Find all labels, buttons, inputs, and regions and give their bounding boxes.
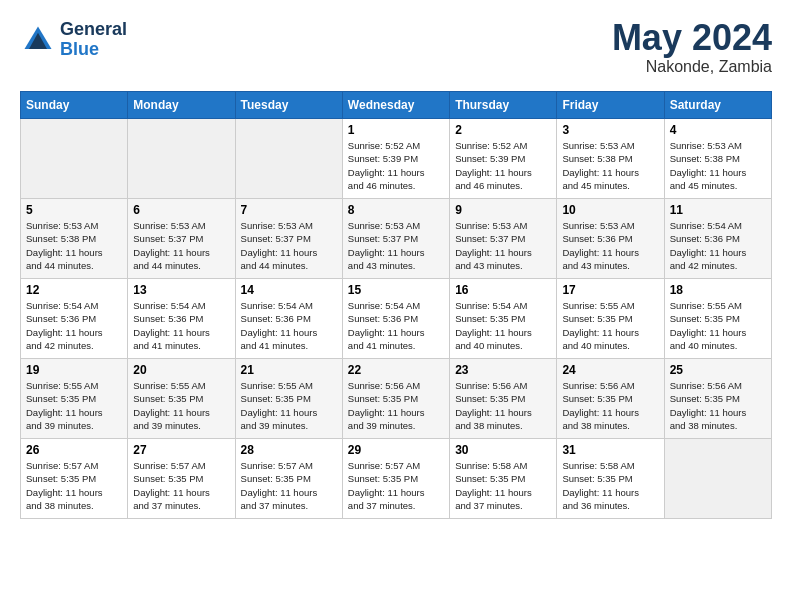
day-number: 2 — [455, 123, 551, 137]
logo-text: General Blue — [60, 20, 127, 60]
day-info: Sunrise: 5:54 AM Sunset: 5:36 PM Dayligh… — [241, 299, 337, 352]
day-info: Sunrise: 5:53 AM Sunset: 5:38 PM Dayligh… — [562, 139, 658, 192]
calendar-cell: 17Sunrise: 5:55 AM Sunset: 5:35 PM Dayli… — [557, 279, 664, 359]
calendar-week-row: 12Sunrise: 5:54 AM Sunset: 5:36 PM Dayli… — [21, 279, 772, 359]
day-info: Sunrise: 5:55 AM Sunset: 5:35 PM Dayligh… — [133, 379, 229, 432]
calendar-cell: 10Sunrise: 5:53 AM Sunset: 5:36 PM Dayli… — [557, 199, 664, 279]
calendar-table: SundayMondayTuesdayWednesdayThursdayFrid… — [20, 91, 772, 519]
weekday-header: Tuesday — [235, 92, 342, 119]
calendar-cell: 19Sunrise: 5:55 AM Sunset: 5:35 PM Dayli… — [21, 359, 128, 439]
location-subtitle: Nakonde, Zambia — [612, 58, 772, 76]
calendar-week-row: 26Sunrise: 5:57 AM Sunset: 5:35 PM Dayli… — [21, 439, 772, 519]
day-info: Sunrise: 5:53 AM Sunset: 5:36 PM Dayligh… — [562, 219, 658, 272]
day-info: Sunrise: 5:54 AM Sunset: 5:35 PM Dayligh… — [455, 299, 551, 352]
day-info: Sunrise: 5:53 AM Sunset: 5:37 PM Dayligh… — [455, 219, 551, 272]
title-block: May 2024 Nakonde, Zambia — [612, 20, 772, 76]
day-number: 12 — [26, 283, 122, 297]
day-number: 22 — [348, 363, 444, 377]
day-number: 20 — [133, 363, 229, 377]
calendar-cell — [235, 119, 342, 199]
calendar-cell: 9Sunrise: 5:53 AM Sunset: 5:37 PM Daylig… — [450, 199, 557, 279]
day-info: Sunrise: 5:58 AM Sunset: 5:35 PM Dayligh… — [455, 459, 551, 512]
calendar-cell: 6Sunrise: 5:53 AM Sunset: 5:37 PM Daylig… — [128, 199, 235, 279]
day-number: 31 — [562, 443, 658, 457]
day-number: 10 — [562, 203, 658, 217]
calendar-cell — [664, 439, 771, 519]
day-number: 4 — [670, 123, 766, 137]
calendar-cell — [128, 119, 235, 199]
day-number: 29 — [348, 443, 444, 457]
logo: General Blue — [20, 20, 127, 60]
calendar-week-row: 19Sunrise: 5:55 AM Sunset: 5:35 PM Dayli… — [21, 359, 772, 439]
day-info: Sunrise: 5:53 AM Sunset: 5:37 PM Dayligh… — [241, 219, 337, 272]
day-number: 16 — [455, 283, 551, 297]
calendar-cell: 3Sunrise: 5:53 AM Sunset: 5:38 PM Daylig… — [557, 119, 664, 199]
calendar-cell: 14Sunrise: 5:54 AM Sunset: 5:36 PM Dayli… — [235, 279, 342, 359]
day-info: Sunrise: 5:56 AM Sunset: 5:35 PM Dayligh… — [670, 379, 766, 432]
day-info: Sunrise: 5:54 AM Sunset: 5:36 PM Dayligh… — [26, 299, 122, 352]
calendar-cell: 15Sunrise: 5:54 AM Sunset: 5:36 PM Dayli… — [342, 279, 449, 359]
weekday-header: Saturday — [664, 92, 771, 119]
page-header: General Blue May 2024 Nakonde, Zambia — [20, 20, 772, 76]
calendar-cell: 31Sunrise: 5:58 AM Sunset: 5:35 PM Dayli… — [557, 439, 664, 519]
day-number: 3 — [562, 123, 658, 137]
calendar-cell: 25Sunrise: 5:56 AM Sunset: 5:35 PM Dayli… — [664, 359, 771, 439]
day-info: Sunrise: 5:58 AM Sunset: 5:35 PM Dayligh… — [562, 459, 658, 512]
day-number: 5 — [26, 203, 122, 217]
weekday-header: Monday — [128, 92, 235, 119]
day-info: Sunrise: 5:53 AM Sunset: 5:37 PM Dayligh… — [133, 219, 229, 272]
day-number: 28 — [241, 443, 337, 457]
calendar-cell: 27Sunrise: 5:57 AM Sunset: 5:35 PM Dayli… — [128, 439, 235, 519]
day-number: 14 — [241, 283, 337, 297]
calendar-cell: 12Sunrise: 5:54 AM Sunset: 5:36 PM Dayli… — [21, 279, 128, 359]
calendar-week-row: 5Sunrise: 5:53 AM Sunset: 5:38 PM Daylig… — [21, 199, 772, 279]
calendar-cell — [21, 119, 128, 199]
calendar-cell: 29Sunrise: 5:57 AM Sunset: 5:35 PM Dayli… — [342, 439, 449, 519]
day-info: Sunrise: 5:56 AM Sunset: 5:35 PM Dayligh… — [562, 379, 658, 432]
day-info: Sunrise: 5:54 AM Sunset: 5:36 PM Dayligh… — [348, 299, 444, 352]
weekday-header: Thursday — [450, 92, 557, 119]
day-info: Sunrise: 5:55 AM Sunset: 5:35 PM Dayligh… — [241, 379, 337, 432]
day-number: 27 — [133, 443, 229, 457]
day-number: 24 — [562, 363, 658, 377]
month-title: May 2024 — [612, 20, 772, 56]
day-info: Sunrise: 5:56 AM Sunset: 5:35 PM Dayligh… — [455, 379, 551, 432]
day-number: 25 — [670, 363, 766, 377]
calendar-cell: 23Sunrise: 5:56 AM Sunset: 5:35 PM Dayli… — [450, 359, 557, 439]
day-number: 18 — [670, 283, 766, 297]
calendar-cell: 28Sunrise: 5:57 AM Sunset: 5:35 PM Dayli… — [235, 439, 342, 519]
calendar-cell: 8Sunrise: 5:53 AM Sunset: 5:37 PM Daylig… — [342, 199, 449, 279]
day-info: Sunrise: 5:57 AM Sunset: 5:35 PM Dayligh… — [348, 459, 444, 512]
day-info: Sunrise: 5:53 AM Sunset: 5:38 PM Dayligh… — [670, 139, 766, 192]
day-info: Sunrise: 5:53 AM Sunset: 5:38 PM Dayligh… — [26, 219, 122, 272]
calendar-cell: 26Sunrise: 5:57 AM Sunset: 5:35 PM Dayli… — [21, 439, 128, 519]
day-info: Sunrise: 5:57 AM Sunset: 5:35 PM Dayligh… — [133, 459, 229, 512]
calendar-cell: 22Sunrise: 5:56 AM Sunset: 5:35 PM Dayli… — [342, 359, 449, 439]
day-number: 11 — [670, 203, 766, 217]
weekday-header: Sunday — [21, 92, 128, 119]
day-number: 13 — [133, 283, 229, 297]
day-number: 1 — [348, 123, 444, 137]
day-number: 17 — [562, 283, 658, 297]
day-info: Sunrise: 5:52 AM Sunset: 5:39 PM Dayligh… — [348, 139, 444, 192]
day-number: 21 — [241, 363, 337, 377]
day-info: Sunrise: 5:55 AM Sunset: 5:35 PM Dayligh… — [670, 299, 766, 352]
calendar-cell: 18Sunrise: 5:55 AM Sunset: 5:35 PM Dayli… — [664, 279, 771, 359]
day-info: Sunrise: 5:52 AM Sunset: 5:39 PM Dayligh… — [455, 139, 551, 192]
day-number: 30 — [455, 443, 551, 457]
calendar-cell: 4Sunrise: 5:53 AM Sunset: 5:38 PM Daylig… — [664, 119, 771, 199]
day-number: 26 — [26, 443, 122, 457]
calendar-cell: 11Sunrise: 5:54 AM Sunset: 5:36 PM Dayli… — [664, 199, 771, 279]
day-info: Sunrise: 5:54 AM Sunset: 5:36 PM Dayligh… — [133, 299, 229, 352]
calendar-cell: 5Sunrise: 5:53 AM Sunset: 5:38 PM Daylig… — [21, 199, 128, 279]
calendar-cell: 7Sunrise: 5:53 AM Sunset: 5:37 PM Daylig… — [235, 199, 342, 279]
calendar-cell: 13Sunrise: 5:54 AM Sunset: 5:36 PM Dayli… — [128, 279, 235, 359]
calendar-cell: 1Sunrise: 5:52 AM Sunset: 5:39 PM Daylig… — [342, 119, 449, 199]
day-info: Sunrise: 5:55 AM Sunset: 5:35 PM Dayligh… — [562, 299, 658, 352]
calendar-cell: 30Sunrise: 5:58 AM Sunset: 5:35 PM Dayli… — [450, 439, 557, 519]
calendar-week-row: 1Sunrise: 5:52 AM Sunset: 5:39 PM Daylig… — [21, 119, 772, 199]
calendar-cell: 20Sunrise: 5:55 AM Sunset: 5:35 PM Dayli… — [128, 359, 235, 439]
header-row: SundayMondayTuesdayWednesdayThursdayFrid… — [21, 92, 772, 119]
day-info: Sunrise: 5:56 AM Sunset: 5:35 PM Dayligh… — [348, 379, 444, 432]
logo-icon — [20, 22, 56, 58]
